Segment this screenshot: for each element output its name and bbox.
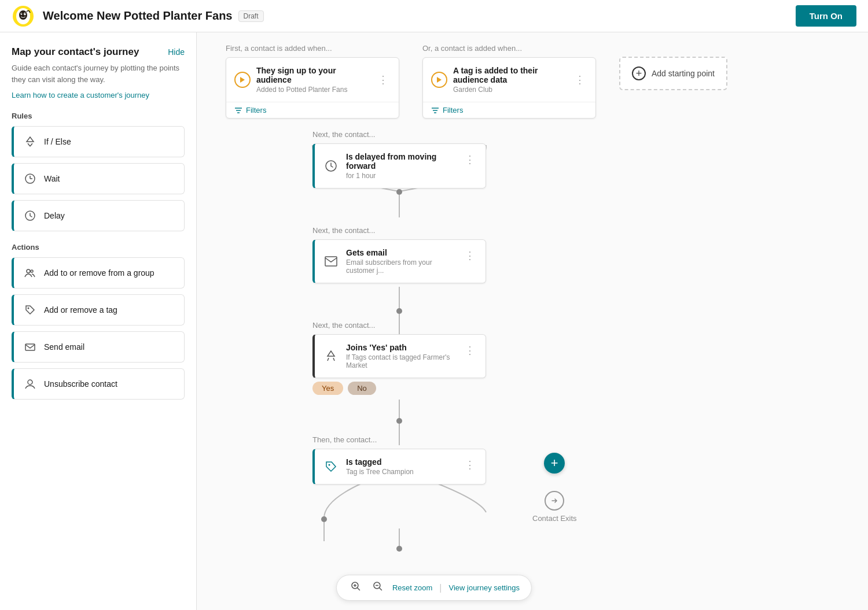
final-col: Then, the contact... Is tagged Tag is	[312, 435, 486, 485]
add-starting-point-button[interactable]: + Add starting point	[619, 57, 727, 90]
delay-node-sub: for 1 hour	[346, 172, 455, 180]
trigger-menu-2[interactable]: ⋮	[572, 72, 587, 87]
main-layout: Map your contact's journey Hide Guide ea…	[0, 32, 868, 610]
delay-node-menu[interactable]: ⋮	[462, 152, 477, 167]
branch-pills: Yes No	[312, 382, 856, 395]
final-node[interactable]: Is tagged Tag is Tree Champion ⋮	[312, 449, 486, 485]
view-journey-button[interactable]: View journey settings	[448, 583, 520, 592]
sidebar-title: Map your contact's journey	[12, 46, 139, 58]
final-node-menu[interactable]: ⋮	[462, 457, 477, 472]
ifelse-node-info: Joins 'Yes' path If Tags contact is tagg…	[346, 343, 455, 369]
filter-bar-2[interactable]: Filters	[423, 102, 595, 118]
trigger-info-2: A tag is added to their audience data Ga…	[453, 66, 567, 94]
action-item-email[interactable]: Send email	[12, 331, 185, 363]
svg-point-15	[28, 380, 32, 385]
contact-exits-section: Contact Exits	[532, 491, 577, 523]
rule-item-delay[interactable]: Delay	[12, 200, 185, 231]
trigger-menu-1[interactable]: ⋮	[376, 72, 391, 87]
final-node-title: Is tagged	[346, 457, 455, 467]
draft-badge: Draft	[238, 10, 264, 22]
rule-ifelse-label: If / Else	[44, 137, 71, 146]
clock-icon	[323, 158, 339, 174]
filter-label-1: Filters	[246, 106, 266, 114]
flow-nodes: Next, the contact... Is delayed from mov…	[312, 130, 856, 552]
action-tag-label: Add or remove a tag	[44, 305, 117, 315]
ifelse-node-menu[interactable]: ⋮	[462, 343, 477, 358]
trigger-title-1: They sign up to your audience	[256, 66, 370, 84]
ifelse-node-sub: If Tags contact is tagged Farmer's Marke…	[346, 353, 455, 369]
zoom-in-button[interactable]	[348, 580, 363, 596]
unsubscribe-icon	[23, 377, 37, 391]
email-node-sub: Email subscribers from your customer j..…	[346, 258, 455, 275]
next-label-2: Next, the contact...	[312, 226, 856, 235]
no-pill[interactable]: No	[348, 382, 376, 395]
yes-pill[interactable]: Yes	[312, 382, 343, 395]
svg-point-13	[28, 308, 30, 309]
action-unsubscribe-label: Unsubscribe contact	[44, 379, 117, 389]
add-node-button[interactable]: +	[544, 453, 565, 474]
email-node[interactable]: Gets email Email subscribers from your c…	[312, 239, 486, 283]
zoom-out-button[interactable]	[370, 580, 385, 596]
tag-icon	[23, 303, 37, 317]
final-tag-icon	[323, 459, 339, 475]
if-else-icon	[23, 135, 37, 149]
svg-point-36	[329, 464, 330, 466]
trigger-col-2: Or, a contact is added when... A tag is …	[422, 44, 596, 119]
action-item-group[interactable]: Add to or remove from a group	[12, 257, 185, 289]
email-node-icon	[323, 253, 339, 269]
delay-node[interactable]: Is delayed from moving forward for 1 hou…	[312, 143, 486, 188]
rule-item-ifelse[interactable]: If / Else	[12, 126, 185, 157]
svg-point-5	[25, 13, 26, 14]
trigger-play-icon-2	[431, 72, 447, 88]
app-header: Welcome New Potted Planter Fans Draft Tu…	[0, 0, 868, 32]
svg-rect-33	[325, 257, 337, 266]
svg-line-42	[379, 588, 382, 591]
final-node-info: Is tagged Tag is Tree Champion	[346, 457, 455, 476]
delay-node-title: Is delayed from moving forward	[346, 152, 455, 171]
contact-exits-label: Contact Exits	[532, 514, 577, 523]
bottom-bar: Reset zoom | View journey settings	[336, 575, 532, 601]
exits-circle	[545, 491, 564, 511]
svg-line-38	[357, 588, 360, 591]
group-icon	[23, 266, 37, 280]
journey-container: First, a contact is added when... They s…	[208, 44, 856, 610]
sidebar-header: Map your contact's journey Hide	[12, 46, 185, 58]
email-node-info: Gets email Email subscribers from your c…	[346, 248, 455, 275]
reset-zoom-button[interactable]: Reset zoom	[392, 583, 432, 592]
ifelse-node-title: Joins 'Yes' path	[346, 343, 455, 352]
action-item-tag[interactable]: Add or remove a tag	[12, 294, 185, 326]
trigger-card-2[interactable]: A tag is added to their audience data Ga…	[422, 57, 596, 119]
bottom-separator: |	[439, 583, 442, 593]
action-email-label: Send email	[44, 342, 84, 352]
svg-point-2	[19, 10, 27, 20]
email-icon	[23, 340, 37, 354]
next-label-3: Next, the contact...	[312, 321, 856, 330]
rule-delay-label: Delay	[44, 211, 65, 220]
journey-canvas: First, a contact is added when... They s…	[197, 32, 868, 610]
trigger-row: First, a contact is added when... They s…	[226, 44, 856, 119]
delay-section: Next, the contact... Is delayed from mov…	[312, 130, 856, 188]
actions-section-label: Actions	[12, 243, 185, 252]
next-label-1: Next, the contact...	[312, 130, 856, 139]
svg-rect-14	[25, 344, 35, 350]
trigger-col-1: First, a contact is added when... They s…	[226, 44, 399, 119]
trigger-sub-2: Garden Club	[453, 86, 567, 94]
turn-on-button[interactable]: Turn On	[796, 5, 856, 27]
svg-line-35	[333, 358, 334, 361]
wait-icon	[23, 172, 37, 186]
first-contact-label: First, a contact is added when...	[226, 44, 399, 53]
hide-button[interactable]: Hide	[168, 47, 185, 57]
learn-link[interactable]: Learn how to create a customer's journey	[12, 91, 149, 99]
email-node-menu[interactable]: ⋮	[462, 248, 477, 263]
rules-section-label: Rules	[12, 112, 185, 120]
sidebar-description: Guide each contact's journey by plotting…	[12, 62, 185, 85]
filter-bar-1[interactable]: Filters	[226, 102, 399, 118]
trigger-card-1[interactable]: They sign up to your audience Added to P…	[226, 57, 399, 119]
email-node-title: Gets email	[346, 248, 455, 257]
ifelse-node[interactable]: Joins 'Yes' path If Tags contact is tagg…	[312, 334, 486, 378]
ifelse-node-icon	[323, 348, 339, 364]
or-contact-label: Or, a contact is added when...	[422, 44, 596, 53]
rule-item-wait[interactable]: Wait	[12, 163, 185, 194]
delay-node-info: Is delayed from moving forward for 1 hou…	[346, 152, 455, 180]
action-item-unsubscribe[interactable]: Unsubscribe contact	[12, 368, 185, 400]
